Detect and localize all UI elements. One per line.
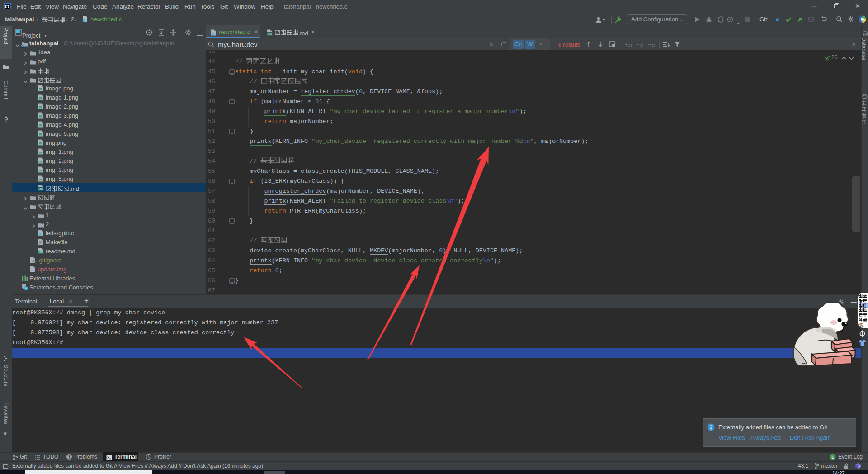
svg-text:II: II bbox=[628, 43, 632, 47]
svg-text:MD: MD bbox=[267, 32, 272, 35]
svg-text:II: II bbox=[640, 43, 643, 47]
svg-text:1: 1 bbox=[831, 455, 834, 460]
svg-text:II: II bbox=[651, 43, 655, 47]
